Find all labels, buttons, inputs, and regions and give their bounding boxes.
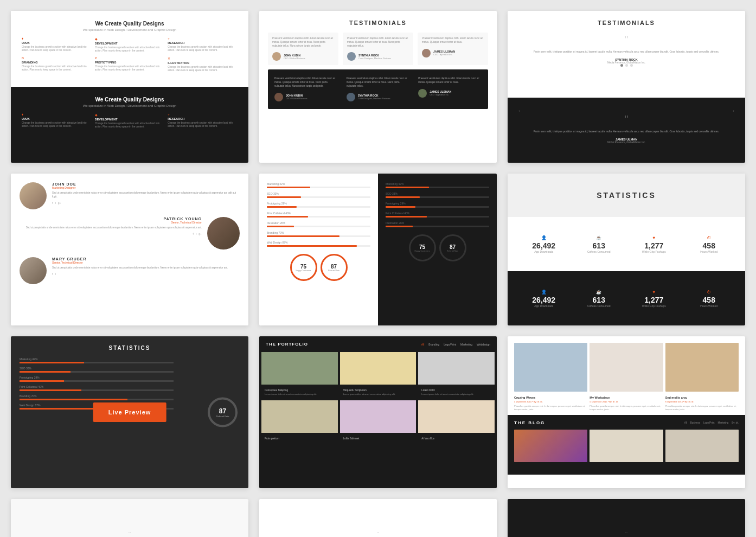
arrow-right[interactable]: › bbox=[733, 108, 734, 113]
skill-proto-bar-overlay bbox=[20, 380, 174, 382]
blog-post-2-date: 5 septembre 2015 • By: dr. dr. bbox=[590, 400, 663, 403]
skill-seo-bar-overlay bbox=[20, 371, 174, 373]
portfolio-item-4[interactable] bbox=[261, 400, 338, 433]
card-services[interactable]: We Create Quality Designs We specialize … bbox=[11, 11, 248, 163]
tw-icon-2[interactable]: t bbox=[196, 232, 196, 235]
card-live-preview[interactable]: STATISTICS Marketing 42% SEO 33% Prototy… bbox=[11, 336, 248, 488]
card-blog[interactable]: Cruzing Waves 4 septembre 2015 • By: dr.… bbox=[508, 336, 745, 488]
fb-icon-3[interactable]: f bbox=[52, 272, 53, 276]
tw-icon-1[interactable]: t bbox=[55, 201, 55, 204]
quote-text-dark: Proin sem velit, tristique porttitor at … bbox=[518, 129, 734, 133]
card-team[interactable]: JOHN DOE Marketing Designer Sed ut persp… bbox=[11, 174, 248, 325]
blog-nav-business[interactable]: Business bbox=[690, 421, 700, 424]
blog-nav-all[interactable]: All bbox=[684, 421, 687, 424]
testimonial-dark-2: Praesent vestibulum dapibus nibh. Etiam … bbox=[344, 75, 412, 103]
skill-illus-bar-bg-dark bbox=[386, 226, 489, 227]
portfolio-desc-1: Lorem ipsum dolor sit amet consectetur a… bbox=[261, 393, 338, 398]
arrow-left[interactable]: ‹ bbox=[518, 108, 520, 113]
proto-title: PROTOTYPING bbox=[95, 61, 165, 64]
skill-proto-label-overlay: Prototyping 29% bbox=[20, 376, 240, 379]
blog-dark-nav[interactable]: All Business Logo/Print Marketing By: dr… bbox=[684, 421, 739, 424]
member-bio-3: Sed ut perspiciatis uncle omnis iste nat… bbox=[52, 266, 228, 270]
card-bottom-3[interactable]: ... bbox=[508, 499, 745, 537]
stat-pushups: ♥ 1,277 While Grip Pushups bbox=[626, 235, 682, 253]
proto-desc: Change the business growth section with … bbox=[95, 65, 165, 72]
circle-87-label-dark: Referral Rate bbox=[447, 250, 458, 252]
portfolio-item-2[interactable] bbox=[340, 352, 417, 385]
services-title-dark: We Create Quality Designs bbox=[22, 97, 238, 103]
avatar-dark-3 bbox=[418, 89, 427, 98]
portfolio-nav-all[interactable]: All bbox=[421, 343, 425, 346]
portfolio-item-1[interactable] bbox=[261, 352, 338, 385]
dev-title: DEVELOPMENT bbox=[95, 42, 165, 45]
live-preview-button[interactable]: Live Preview bbox=[93, 402, 166, 422]
card-statistics[interactable]: STATISTICS 👤 26,492 App Downloads ☕ 613 … bbox=[508, 174, 745, 325]
blog-nav-marketing[interactable]: Marketing bbox=[717, 421, 728, 424]
pushups-label: While Grip Pushups bbox=[626, 250, 682, 253]
downloads-icon: 👤 bbox=[516, 235, 572, 240]
service-uiux-dark: ♦ UI/UX Change the business growth secti… bbox=[22, 113, 92, 129]
gp-icon-2[interactable]: g+ bbox=[198, 232, 202, 235]
member-photo-3 bbox=[20, 257, 47, 284]
card-portfolio[interactable]: THE PORTFOLIO All Branding Logo/Print Ma… bbox=[259, 336, 497, 488]
skill-proto-bar-bg-dark bbox=[386, 206, 489, 208]
skill-marketing-label: Marketing 42% bbox=[267, 182, 370, 186]
blog-images-top bbox=[508, 336, 745, 396]
dark-stats-header: STATISTICS bbox=[20, 345, 240, 351]
fb-icon-2[interactable]: f bbox=[193, 232, 194, 235]
member-photo-1 bbox=[20, 182, 47, 209]
gp-icon-1[interactable]: g+ bbox=[58, 201, 61, 204]
portfolio-nav[interactable]: All Branding Logo/Print Marketing Webdes… bbox=[421, 343, 490, 346]
testimonial-1-author: JOHN KUBIN CEO / Global Partners bbox=[272, 52, 334, 61]
pushups-number: 1,277 bbox=[626, 241, 682, 250]
portfolio-item-5[interactable] bbox=[340, 400, 417, 433]
blog-nav-logo[interactable]: Logo/Print bbox=[703, 421, 715, 424]
blog-dark-img-1 bbox=[514, 430, 587, 462]
portfolio-item-3[interactable] bbox=[418, 352, 495, 385]
portfolio-nav-branding[interactable]: Branding bbox=[428, 343, 439, 346]
blog-post-1-date: 4 septembre 2015 • By: dr. dr. bbox=[514, 400, 587, 403]
portfolio-nav-logo[interactable]: Logo/Print bbox=[444, 343, 456, 346]
skill-branding-bar-bg bbox=[267, 235, 370, 237]
fb-icon-1[interactable]: f bbox=[52, 201, 53, 204]
member-role-1: Marketing Designer bbox=[52, 186, 240, 189]
portfolio-item-6[interactable] bbox=[418, 400, 495, 433]
bottom-placeholder-2: ... bbox=[376, 530, 379, 533]
testimonials-dark: Praesent vestibulum dapibus nibh. Etiam … bbox=[268, 69, 488, 108]
skill-seo-bar-bg bbox=[267, 196, 370, 198]
dots-nav[interactable] bbox=[518, 64, 734, 67]
illus-icon: ✕ bbox=[168, 56, 238, 60]
author-dark-3-role: CEO / AlphaBot Inc. bbox=[430, 93, 451, 96]
author-center-light: SYNTHIA ROCK Media Presence, GlobalMatio… bbox=[518, 58, 734, 64]
dot-2[interactable] bbox=[625, 64, 628, 67]
stat-pushups-dark: ♥ 1,277 While Grip Pushups bbox=[626, 290, 682, 308]
dot-1[interactable] bbox=[620, 64, 623, 67]
skill-seo-bar-fill bbox=[267, 196, 301, 198]
blog-captions: Cruzing Waves 4 septembre 2015 • By: dr.… bbox=[508, 396, 745, 415]
card-skills: Marketing 42% SEO 33% Prototyping 29% bbox=[259, 174, 497, 325]
stats-title: STATISTICS bbox=[597, 191, 656, 200]
card-bottom-1[interactable]: ... bbox=[11, 499, 248, 537]
testimonial-3-text: Praesent vestibulum dapibus nibh. Etiam … bbox=[422, 37, 484, 44]
testimonial-single-title: TESTIMONIALS bbox=[518, 20, 734, 26]
skill-branding-overlay: Branding 70% bbox=[20, 394, 240, 400]
testimonial-dark-1-text: Praesent vestibulum dapibus nibh. Etiam … bbox=[274, 77, 338, 88]
illus-title: ILLUSTRATION bbox=[168, 61, 238, 65]
author-2-role: Code Designer, Machine Partners bbox=[358, 57, 391, 60]
testimonial-3-author: JAMES ULSMAN CEO / AlphaBot Inc. bbox=[422, 49, 484, 57]
tw-icon-3[interactable]: t bbox=[55, 272, 55, 276]
portfolio-nav-webdesign[interactable]: Webdesign bbox=[477, 343, 490, 346]
stat-hours-dark: ⏱ 458 Hours Worked bbox=[682, 290, 737, 308]
card-bottom-2[interactable]: ... bbox=[259, 499, 497, 537]
circle-75-label-dark: Happy Customers bbox=[414, 250, 430, 252]
portfolio-nav-marketing[interactable]: Marketing bbox=[460, 343, 472, 346]
blog-dark-img-2 bbox=[590, 430, 663, 462]
testimonial-2-author: SYNTHIA ROCK Code Designer, Machine Part… bbox=[347, 52, 409, 61]
member-bio-1: Sed ut perspiciatis uncle omnis iste nat… bbox=[52, 191, 240, 199]
portfolio-desc-3: Lorem ipsum dolor sit amet consectetur a… bbox=[418, 393, 495, 398]
card-testimonial-single[interactable]: TESTIMONIALS " Proin sem velit, tristiqu… bbox=[508, 11, 745, 163]
card-testimonials-split[interactable]: TESTIMONIALS Praesent vestibulum dapibus… bbox=[259, 11, 497, 163]
blog-nav-bydr[interactable]: By: dr. bbox=[732, 421, 739, 424]
coffees-icon: ☕ bbox=[572, 235, 627, 240]
dot-3[interactable] bbox=[630, 64, 633, 67]
